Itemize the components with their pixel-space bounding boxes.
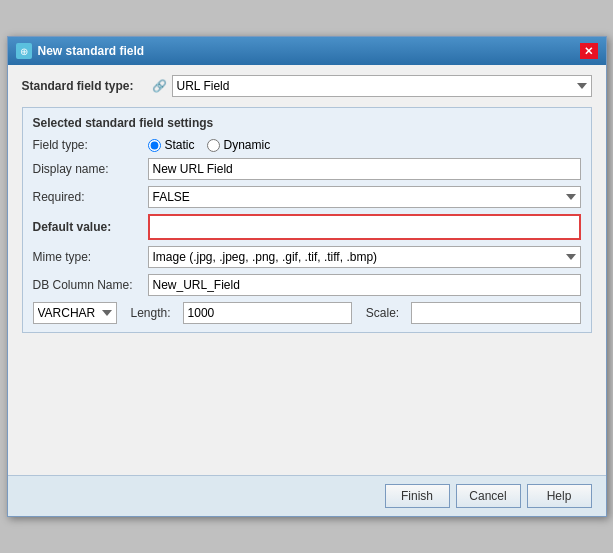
standard-field-type-row: Standard field type: 🔗 URL Field xyxy=(22,75,592,97)
standard-field-type-select[interactable]: URL Field xyxy=(172,75,592,97)
dialog-body: Standard field type: 🔗 URL Field Selecte… xyxy=(8,65,606,467)
dialog-title: New standard field xyxy=(38,44,145,58)
mime-type-select[interactable]: Image (.jpg, .jpeg, .png, .gif, .tif, .t… xyxy=(148,246,581,268)
db-column-value-container xyxy=(148,274,581,296)
display-name-row: Display name: xyxy=(33,158,581,180)
field-type-label: Field type: xyxy=(33,138,148,152)
required-row: Required: FALSE TRUE xyxy=(33,186,581,208)
field-type-row: Field type: Static Dynamic xyxy=(33,138,581,152)
finish-button[interactable]: Finish xyxy=(385,484,450,508)
varchar-row: VARCHAR CHAR TEXT Length: Scale: xyxy=(33,302,581,324)
display-name-label: Display name: xyxy=(33,162,148,176)
display-name-value-container xyxy=(148,158,581,180)
mime-type-row: Mime type: Image (.jpg, .jpeg, .png, .gi… xyxy=(33,246,581,268)
static-radio-option[interactable]: Static xyxy=(148,138,195,152)
length-input[interactable] xyxy=(183,302,352,324)
db-column-input[interactable] xyxy=(148,274,581,296)
standard-field-type-label: Standard field type: xyxy=(22,79,152,93)
dialog-icon: ⊕ xyxy=(16,43,32,59)
settings-group: Selected standard field settings Field t… xyxy=(22,107,592,333)
db-column-label: DB Column Name: xyxy=(33,278,148,292)
mime-type-select-container: Image (.jpg, .jpeg, .png, .gif, .tif, .t… xyxy=(148,246,581,268)
length-label: Length: xyxy=(131,306,171,320)
title-bar-left: ⊕ New standard field xyxy=(16,43,145,59)
dialog-window: ⊕ New standard field ✕ Standard field ty… xyxy=(7,36,607,517)
static-label: Static xyxy=(165,138,195,152)
static-radio[interactable] xyxy=(148,139,161,152)
title-bar: ⊕ New standard field ✕ xyxy=(8,37,606,65)
default-value-label: Default value: xyxy=(33,220,148,234)
dialog-footer: Finish Cancel Help xyxy=(8,475,606,516)
db-column-row: DB Column Name: xyxy=(33,274,581,296)
dynamic-radio-option[interactable]: Dynamic xyxy=(207,138,271,152)
cancel-button[interactable]: Cancel xyxy=(456,484,521,508)
dynamic-label: Dynamic xyxy=(224,138,271,152)
default-value-row: Default value: xyxy=(33,214,581,240)
display-name-input[interactable] xyxy=(148,158,581,180)
required-select[interactable]: FALSE TRUE xyxy=(148,186,581,208)
field-type-radio-group: Static Dynamic xyxy=(148,138,581,152)
scale-input[interactable] xyxy=(411,302,580,324)
required-label: Required: xyxy=(33,190,148,204)
varchar-select[interactable]: VARCHAR CHAR TEXT xyxy=(33,302,117,324)
mime-type-label: Mime type: xyxy=(33,250,148,264)
dynamic-radio[interactable] xyxy=(207,139,220,152)
default-value-input-wrapper xyxy=(148,214,581,240)
close-button[interactable]: ✕ xyxy=(580,43,598,59)
url-field-icon: 🔗 xyxy=(152,78,168,94)
settings-title: Selected standard field settings xyxy=(33,116,581,130)
default-value-input[interactable] xyxy=(151,217,578,237)
required-value-container: FALSE TRUE xyxy=(148,186,581,208)
spacer-area xyxy=(22,337,592,457)
help-button[interactable]: Help xyxy=(527,484,592,508)
scale-label: Scale: xyxy=(366,306,399,320)
field-type-select-container: 🔗 URL Field xyxy=(152,75,592,97)
